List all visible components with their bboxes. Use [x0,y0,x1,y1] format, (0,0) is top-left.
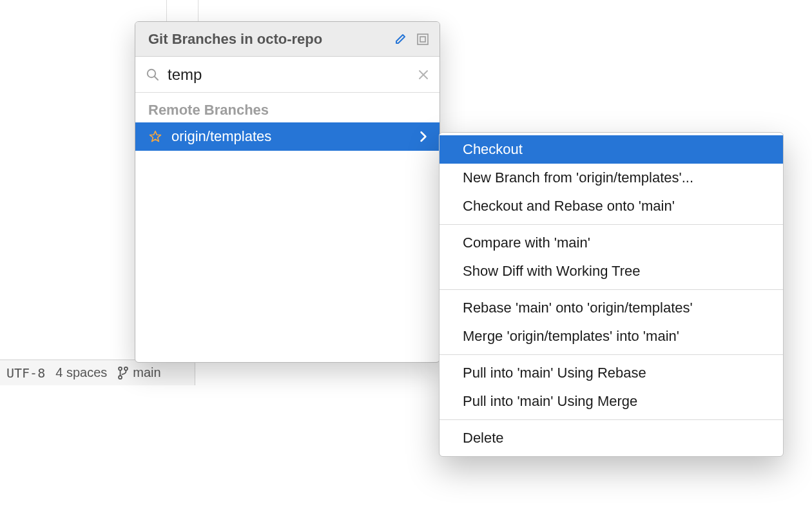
submenu-separator [440,354,783,355]
submenu-item[interactable]: Show Diff with Working Tree [440,257,783,285]
submenu-item[interactable]: Merge 'origin/templates' into 'main' [440,322,783,350]
submenu-item[interactable]: Delete [440,424,783,452]
submenu-item[interactable]: Checkout and Rebase onto 'main' [440,192,783,220]
svg-rect-3 [418,34,428,44]
git-branch-icon [117,367,129,379]
svg-point-2 [119,376,122,379]
submenu-separator [440,289,783,290]
status-indent[interactable]: 4 spaces [55,365,107,380]
star-icon [148,130,162,144]
expand-icon[interactable] [415,32,430,47]
submenu-item[interactable]: Pull into 'main' Using Merge [440,387,783,416]
branch-actions-submenu: CheckoutNew Branch from 'origin/template… [439,132,784,457]
status-branch-name: main [133,365,160,380]
svg-line-6 [155,77,158,80]
popup-header: Git Branches in octo-repo [135,22,440,57]
search-icon [146,68,160,82]
submenu-separator [440,419,783,420]
status-branch-widget[interactable]: main [117,365,160,380]
submenu-item[interactable]: Compare with 'main' [440,229,783,257]
search-input[interactable] [168,66,410,84]
svg-point-1 [124,367,128,370]
branch-name-label: origin/templates [171,128,410,145]
submenu-item[interactable]: Rebase 'main' onto 'origin/templates' [440,294,783,322]
status-encoding[interactable]: UTF-8 [6,365,45,381]
submenu-item[interactable]: Checkout [440,135,783,164]
git-branches-popup: Git Branches in octo-repo [135,21,440,363]
svg-point-0 [119,367,122,370]
submenu-item[interactable]: Pull into 'main' Using Rebase [440,359,783,387]
chevron-right-icon [419,131,428,142]
pencil-icon[interactable] [393,32,409,47]
section-label-remote: Remote Branches [135,93,440,122]
submenu-item[interactable]: New Branch from 'origin/templates'... [440,164,783,192]
submenu-separator [440,224,783,225]
svg-rect-4 [420,37,425,42]
background-guide [166,0,198,21]
search-row [135,57,440,93]
clear-search-icon[interactable] [418,69,429,81]
branch-item-origin-templates[interactable]: origin/templates [135,122,440,151]
popup-title: Git Branches in octo-repo [148,31,387,48]
status-bar: UTF-8 4 spaces main [0,360,195,385]
